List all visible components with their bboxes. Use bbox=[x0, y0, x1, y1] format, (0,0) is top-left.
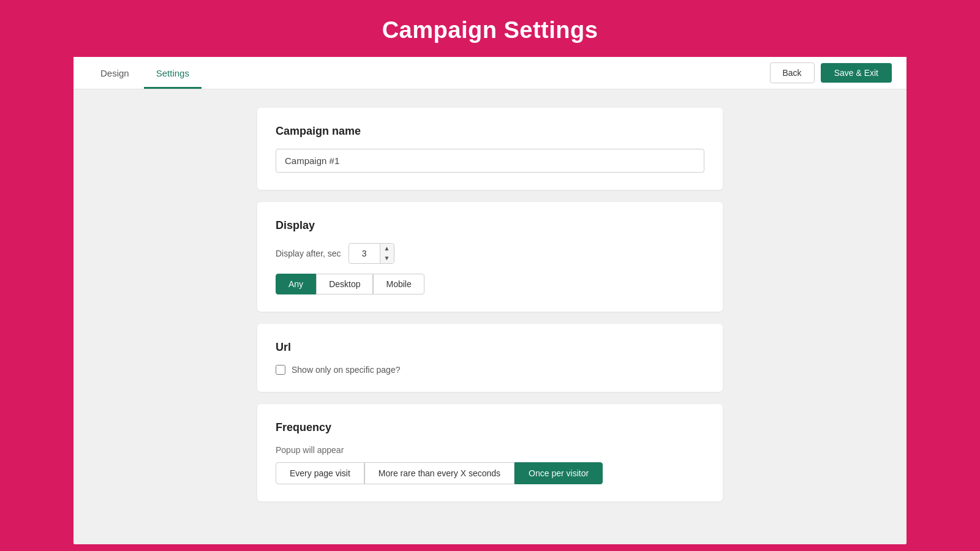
freq-btn-every-page[interactable]: Every page visit bbox=[276, 462, 364, 484]
display-delay-label: Display after, sec bbox=[276, 249, 341, 258]
tabs-bar: Design Settings Back Save & Exit bbox=[74, 57, 907, 89]
page-header: Campaign Settings bbox=[0, 0, 980, 57]
url-specific-page-label: Show only on specific page? bbox=[292, 365, 400, 375]
url-title: Url bbox=[276, 341, 704, 354]
frequency-title: Frequency bbox=[276, 421, 704, 434]
device-btn-desktop[interactable]: Desktop bbox=[316, 274, 373, 294]
url-row: Show only on specific page? bbox=[276, 365, 704, 375]
save-exit-button[interactable]: Save & Exit bbox=[821, 63, 892, 83]
content-area: Campaign name Display Display after, sec… bbox=[74, 89, 907, 520]
display-title: Display bbox=[276, 219, 704, 232]
tab-settings[interactable]: Settings bbox=[144, 57, 202, 89]
frequency-subtitle: Popup will appear bbox=[276, 445, 704, 455]
display-delay-row: Display after, sec ▲ ▼ bbox=[276, 243, 704, 264]
device-btn-any[interactable]: Any bbox=[276, 274, 316, 294]
frequency-buttons-group: Every page visit More rare than every X … bbox=[276, 462, 704, 484]
delay-spinner: ▲ ▼ bbox=[349, 243, 394, 264]
display-card: Display Display after, sec ▲ ▼ Any Deskt… bbox=[257, 202, 723, 312]
freq-btn-once-visitor[interactable]: Once per visitor bbox=[514, 462, 603, 484]
freq-btn-rare[interactable]: More rare than every X seconds bbox=[364, 462, 514, 484]
spinner-up-button[interactable]: ▲ bbox=[380, 244, 394, 253]
url-specific-page-checkbox[interactable] bbox=[276, 365, 285, 375]
campaign-name-title: Campaign name bbox=[276, 125, 704, 138]
page-title: Campaign Settings bbox=[0, 17, 980, 43]
tabs-right: Back Save & Exit bbox=[770, 62, 892, 83]
tabs-left: Design Settings bbox=[88, 57, 204, 89]
device-btn-mobile[interactable]: Mobile bbox=[373, 274, 424, 294]
delay-input[interactable] bbox=[349, 245, 380, 262]
campaign-name-card: Campaign name bbox=[257, 108, 723, 190]
spinner-down-button[interactable]: ▼ bbox=[380, 253, 394, 263]
frequency-card: Frequency Popup will appear Every page v… bbox=[257, 404, 723, 501]
device-buttons-group: Any Desktop Mobile bbox=[276, 274, 704, 294]
spinner-buttons: ▲ ▼ bbox=[380, 244, 394, 263]
back-button[interactable]: Back bbox=[770, 62, 815, 83]
url-card: Url Show only on specific page? bbox=[257, 324, 723, 392]
campaign-name-input[interactable] bbox=[276, 149, 704, 173]
main-container: Design Settings Back Save & Exit Campaig… bbox=[74, 57, 907, 544]
tab-design[interactable]: Design bbox=[88, 57, 141, 89]
